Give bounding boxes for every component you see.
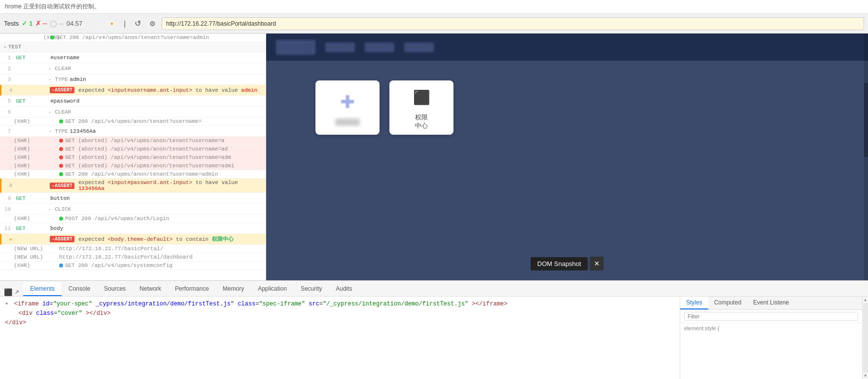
cmd-get-11: GET [14, 226, 48, 231]
dot-green-icon [50, 36, 54, 39]
xhr-row-200-admin: (XHR) GET 200 /api/v4/upms/anon/tenant?u… [0, 170, 266, 179]
test-row-4: 4 -ASSERT expected <input#username.ant-i… [0, 85, 266, 96]
tab-performance[interactable]: Performance [168, 282, 216, 296]
xhr-row-aborted-2: (XHR) GET (aborted) /api/v4/upms/anon/te… [0, 145, 266, 153]
scroll-down-icon[interactable]: ▼ [863, 373, 868, 379]
app-card-2[interactable]: ⬛ 权限中心 [389, 80, 453, 135]
xhr-row-systemconfig: (XHR) GET 200 /api/v4/upms/systemconfig [0, 262, 266, 270]
line-num-1: 1 [0, 55, 14, 61]
cmd-content-1: #username [48, 55, 266, 61]
devtools-tabs: ⬛ ↗ Elements Console Sources Network Per… [0, 281, 868, 297]
filter-input[interactable] [684, 312, 858, 321]
header-item-1 [325, 42, 355, 52]
tab-styles[interactable]: Styles [680, 297, 708, 309]
dot-red-icon-2 [59, 147, 63, 151]
tests-label: Tests [4, 20, 19, 27]
header-item-3 [404, 42, 434, 52]
filter-bar [680, 310, 862, 323]
test-group-header: ▾ TEST [0, 42, 266, 52]
header-logo [276, 40, 315, 55]
url-bar[interactable] [162, 17, 864, 30]
settings-icon[interactable]: ⚙ [147, 18, 158, 29]
line-num-3: 3 [0, 76, 14, 82]
xhr-top-text: GET 200 /api/v4/upms/anon/tenant?usernam… [56, 35, 209, 40]
test-row-7: 7 - TYPE 123456Aa [0, 126, 266, 137]
tab-audits[interactable]: Audits [329, 282, 359, 296]
test-row-10: 10 - CLICK [0, 204, 266, 215]
tab-security[interactable]: Security [294, 282, 329, 296]
line-num-6: 6 [0, 109, 14, 115]
pass-count: ✓ 1 [22, 20, 33, 27]
test-status: Tests ✓ 1 ✗ -- ◯ -- 04.57 [4, 20, 103, 27]
tab-network[interactable]: Network [133, 282, 168, 296]
test-group-label: TEST [8, 44, 21, 50]
devtools-styles-panel: Styles Computed Event Listene element.st… [680, 297, 862, 379]
line-num-7: 7 [0, 128, 14, 134]
dot-green-icon-3 [59, 172, 63, 176]
app-header [266, 34, 868, 61]
tab-event-listeners[interactable]: Event Listene [747, 297, 795, 309]
assert-badge-pinned: -ASSERT [50, 236, 74, 242]
dot-green-icon-post [59, 217, 63, 221]
pending-count: ◯ -- [50, 20, 63, 27]
xhr-row-aborted-3: (XHR) GET (aborted) /api/v4/upms/anon/te… [0, 153, 266, 162]
cmd-content-11: body [48, 226, 266, 231]
cmd-content-7: 123456Aa [68, 128, 266, 134]
timer: 04.57 [67, 20, 83, 27]
cmd-content-9: button [48, 195, 266, 201]
xhr-row-aborted-4: (XHR) GET (aborted) /api/v4/upms/anon/te… [0, 162, 266, 170]
card-icon-2: ⬛ [409, 85, 434, 110]
cmd-content-pinned: expected <body.theme-default> to contain… [76, 235, 266, 243]
card-icon-blurred: ✚ [335, 90, 360, 114]
test-row-1: 1 GET #username [0, 52, 266, 63]
browser-controls: ● | ↺ [106, 18, 143, 29]
dom-snapshot-area: DOM Snapshot ✕ [530, 257, 604, 270]
xhr-row-top: (XHR) GET 200 /api/v4/upms/anon/tenant?u… [0, 34, 266, 42]
cmd-sub-7: - TYPE [48, 128, 68, 134]
element-style-label: element.style { [680, 323, 862, 333]
shield-icon: ⬛ [413, 89, 430, 106]
cmd-get-9: GET [14, 195, 48, 201]
stop-icon: | [119, 18, 130, 29]
reload-icon[interactable]: ↺ [132, 18, 143, 29]
tab-sources[interactable]: Sources [97, 282, 133, 296]
scroll-up-icon[interactable]: ▲ [863, 297, 868, 303]
line-num-8: 8 [1, 183, 15, 189]
elements-panel-icon: ⬛ [4, 288, 12, 296]
dot-red-icon-3 [59, 155, 63, 159]
tab-application[interactable]: Application [251, 282, 294, 296]
line-num-10: 10 [0, 206, 14, 212]
xhr-row-aborted-1: (XHR) GET (aborted) /api/v4/upms/anon/te… [0, 137, 266, 145]
app-card-1[interactable]: ✚ [315, 80, 380, 135]
card-label-blurred [335, 118, 360, 126]
test-row-3: 3 - TYPE admin [0, 74, 266, 85]
tab-console[interactable]: Console [62, 282, 97, 296]
new-url-row-2: (NEW URL) http://172.16.22.77/basicPorta… [0, 253, 266, 262]
scrollbar-track [863, 303, 868, 373]
code-line-3: </div> [5, 318, 675, 328]
test-row-6: 6 - CLEAR [0, 107, 266, 117]
tab-memory[interactable]: Memory [216, 282, 251, 296]
cmd-sub-2: - CLEAR [48, 66, 71, 72]
tab-elements[interactable]: Elements [23, 282, 62, 296]
header-item-2 [365, 42, 394, 52]
test-row-assert-pinned: ★ -ASSERT expected <body.theme-default> … [0, 234, 266, 245]
devtools-scrollbar[interactable]: ▲ ▼ [862, 297, 868, 379]
test-row-8: 8 -ASSERT expected <input#password.ant-i… [0, 179, 266, 193]
dom-snapshot-button[interactable]: DOM Snapshot [530, 257, 588, 270]
cards-container: ✚ ⬛ 权限中心 [266, 61, 868, 154]
main-area: (XHR) GET 200 /api/v4/upms/anon/tenant?u… [0, 34, 868, 280]
styles-tabs: Styles Computed Event Listene [680, 297, 862, 310]
line-num-9: 9 [0, 195, 14, 201]
xhr-clear-text: GET 200 /api/v4/upms/anon/tenant?usernam… [65, 118, 202, 124]
dom-close-button[interactable]: ✕ [590, 257, 604, 270]
code-line-2: <div class="cover" ></div> [5, 309, 675, 318]
test-panel[interactable]: (XHR) GET 200 /api/v4/upms/anon/tenant?u… [0, 34, 266, 280]
top-bar-message: hrome 正受到自动测试软件的控制。 [5, 2, 100, 11]
cmd-sub-3: - TYPE [48, 76, 68, 82]
app-background: ✚ ⬛ 权限中心 DOM Snapshot ✕ [266, 34, 868, 280]
scroll-thumb [864, 83, 868, 157]
triangle-down-icon: ▾ [4, 45, 6, 49]
tab-computed[interactable]: Computed [708, 297, 747, 309]
test-row-11: 11 GET body [0, 223, 266, 234]
